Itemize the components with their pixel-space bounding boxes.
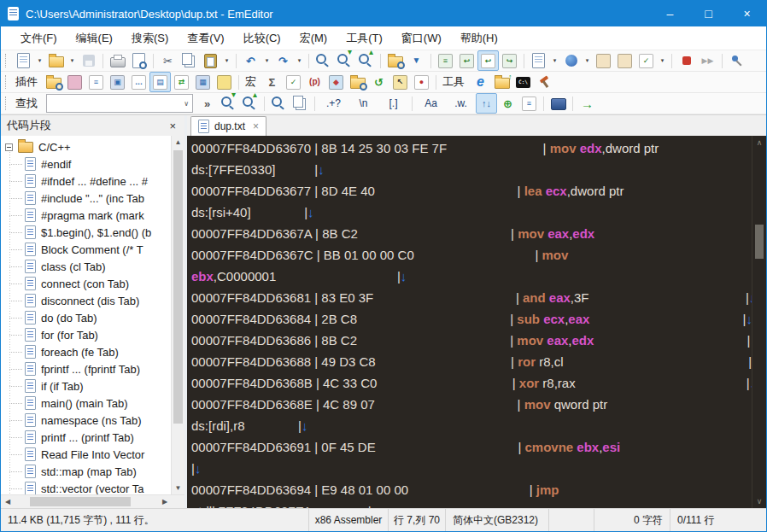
copy-button[interactable] <box>179 50 200 71</box>
encoding-button-dropdown[interactable]: ▾ <box>582 50 593 71</box>
tree-item-4[interactable]: $1.begin(), $1.end() (b <box>1 224 171 241</box>
find-dialog-button[interactable] <box>268 93 290 114</box>
find-next-button[interactable] <box>334 50 355 71</box>
search-loop-toggle[interactable]: ↑↓ <box>476 93 497 114</box>
macro-check-button[interactable]: ✓ <box>283 72 304 92</box>
find-previous-button[interactable] <box>355 50 377 71</box>
find-button[interactable] <box>313 50 334 71</box>
tree-item-11[interactable]: foreach (fe Tab) <box>1 343 171 360</box>
tree-item-9[interactable]: do (do Tab) <box>1 309 171 326</box>
pin-button[interactable] <box>726 50 747 71</box>
compare-documents-button[interactable] <box>593 50 614 71</box>
tree-item-18[interactable]: std::map (map Tab) <box>1 463 171 480</box>
scroll-up-icon[interactable]: ▲ <box>172 136 184 149</box>
editor-vscroll-track[interactable] <box>752 149 766 494</box>
tree-item-19[interactable]: std::vector (vector Ta <box>1 480 171 494</box>
escape-sequence-toggle[interactable]: \n <box>348 93 378 114</box>
tree-item-16[interactable]: printf ... (printf Tab) <box>1 429 171 446</box>
cut-button[interactable]: ✂ <box>157 50 179 71</box>
run-macro-button[interactable]: ▶▶ <box>697 50 718 71</box>
validate-button-dropdown[interactable]: ▾ <box>657 50 668 71</box>
chevron-down-icon[interactable]: ∨ <box>180 100 192 108</box>
macro-parameters-button[interactable]: (p) <box>304 72 325 92</box>
status-syntax[interactable]: x86 Assembler <box>308 509 388 531</box>
print-preview-button[interactable] <box>128 50 149 71</box>
tree-expander-icon[interactable] <box>5 143 13 151</box>
plugin-projects-button[interactable]: ▣ <box>107 72 128 92</box>
sidebar-hscroll-track[interactable] <box>15 495 158 508</box>
maximize-button[interactable]: □ <box>689 1 728 26</box>
editor-vscroll-thumb[interactable] <box>755 225 764 259</box>
snippets-tree[interactable]: C/C++#endif#ifndef ... #define ... ##inc… <box>1 136 171 494</box>
sidebar-horizontal-scrollbar[interactable]: ◀ ▶ <box>1 494 184 508</box>
status-cursor-position[interactable]: 行 7,列 70 <box>388 509 445 531</box>
filter-lines-button[interactable]: ≡ <box>518 93 540 114</box>
findbar-previous-button[interactable] <box>239 93 261 114</box>
plugin-sticky-notes-button[interactable] <box>214 72 235 92</box>
undo-button[interactable]: ↶ <box>240 50 261 71</box>
tree-item-12[interactable]: fprintf ... (fprintf Tab) <box>1 360 171 377</box>
paste-button[interactable] <box>200 50 221 71</box>
macro-find-button[interactable] <box>347 72 368 92</box>
sync-scroll-button[interactable] <box>614 50 635 71</box>
panel-close-icon[interactable]: × <box>167 120 179 132</box>
tool-open-folder-button[interactable] <box>491 72 512 92</box>
wrap-none-button[interactable]: ≡ <box>435 50 456 71</box>
print-button[interactable] <box>107 50 128 71</box>
close-button[interactable]: × <box>728 1 766 26</box>
open-file-button[interactable] <box>45 50 67 71</box>
tree-item-1[interactable]: #ifndef ... #define ... # <box>1 172 171 190</box>
tree-item-17[interactable]: Read File Into Vector <box>1 446 171 463</box>
scroll-right-icon[interactable]: ▶ <box>158 498 172 506</box>
plugin-sync-button[interactable]: ⇄ <box>171 72 192 92</box>
display-mode-button[interactable] <box>547 93 569 114</box>
scroll-left-icon[interactable]: ◀ <box>1 498 15 506</box>
editor-scroll-up-icon[interactable]: ∧ <box>752 136 766 149</box>
menu-item-6[interactable]: 工具(T) <box>337 26 392 50</box>
menu-item-5[interactable]: 宏(M) <box>290 26 337 50</box>
tree-root-c-cpp[interactable]: C/C++ <box>1 138 171 155</box>
status-encoding[interactable]: 简体中文(GB2312) <box>445 509 548 531</box>
plugin-snippets-button[interactable]: ▤ <box>149 72 171 92</box>
redo-button[interactable]: ↷ <box>272 50 294 71</box>
wrap-by-window-button[interactable]: ↩ <box>477 50 499 71</box>
tree-item-15[interactable]: namespace (ns Tab) <box>1 412 171 429</box>
findbar-next-button[interactable] <box>218 93 239 114</box>
go-back-button[interactable]: ↺ <box>368 72 389 92</box>
toolbar-overflow-chevron[interactable]: » <box>196 93 218 114</box>
tree-item-6[interactable]: class (cl Tab) <box>1 258 171 275</box>
tree-item-7[interactable]: connect (con Tab) <box>1 275 171 292</box>
filter-button[interactable]: ▼ <box>406 50 427 71</box>
redo-button-dropdown[interactable]: ▾ <box>294 50 305 71</box>
whole-word-toggle[interactable]: .w. <box>446 93 476 114</box>
tree-item-8[interactable]: disconnect (dis Tab) <box>1 292 171 309</box>
wrap-by-character-button[interactable]: ↩ <box>456 50 477 71</box>
wrap-by-page-button[interactable]: ↪ <box>499 50 520 71</box>
menu-item-7[interactable]: 窗口(W) <box>392 26 451 50</box>
find-input[interactable]: ∨ <box>46 94 193 113</box>
validate-button[interactable]: ✓ <box>635 50 657 71</box>
tree-item-3[interactable]: #pragma mark (mark <box>1 207 171 224</box>
character-class-toggle[interactable]: [.] <box>378 93 408 114</box>
plugin-explorer-button[interactable] <box>43 72 64 92</box>
macro-sum-button[interactable]: Σ <box>261 72 283 92</box>
menu-item-8[interactable]: 帮助(H) <box>451 26 507 50</box>
menu-item-1[interactable]: 编辑(E) <box>67 26 122 50</box>
tool-build-button[interactable] <box>534 72 555 92</box>
copy-results-button[interactable] <box>290 93 311 114</box>
text-editor[interactable]: 00007FF84DD63670 | 8B 14 25 30 03 FE 7F … <box>187 136 752 508</box>
paste-button-dropdown[interactable]: ▾ <box>221 50 232 71</box>
sidebar-vertical-scrollbar[interactable]: ▲ ▼ <box>171 136 184 494</box>
regex-toggle[interactable]: .+? <box>319 93 348 114</box>
regex-engine-toggle[interactable]: ⊕ <box>497 93 518 114</box>
tool-command-prompt-button[interactable]: C:\ <box>512 72 534 92</box>
document-mode-button[interactable] <box>528 50 549 71</box>
editor-scroll-down-icon[interactable]: ∨ <box>752 494 766 508</box>
sidebar-vscroll-track[interactable] <box>172 149 184 482</box>
tool-browser-button[interactable]: e <box>470 72 491 92</box>
breakpoint-button[interactable]: ● <box>411 72 432 92</box>
tab-close-icon[interactable]: × <box>253 120 259 132</box>
scroll-down-icon[interactable]: ▼ <box>172 482 184 494</box>
record-macro-button[interactable] <box>676 50 697 71</box>
document-mode-button-dropdown[interactable]: ▾ <box>549 50 560 71</box>
